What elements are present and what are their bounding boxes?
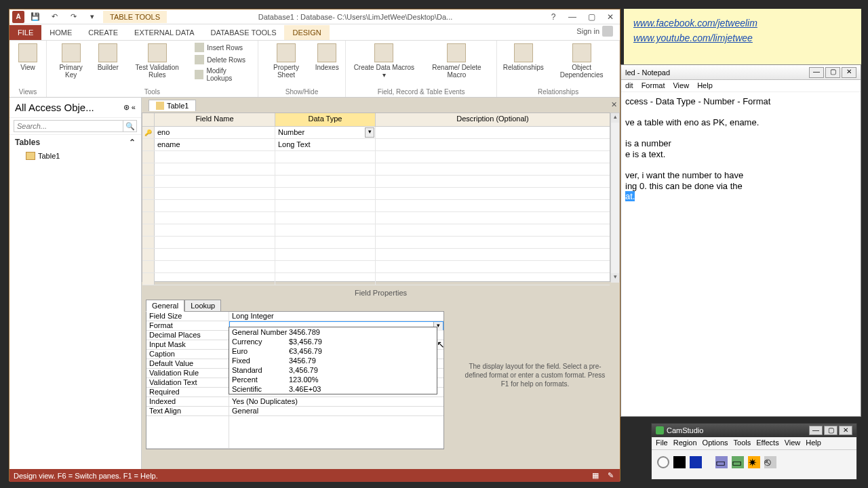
- nav-search-input[interactable]: [14, 120, 123, 132]
- prop-text-align[interactable]: General: [229, 407, 443, 415]
- format-option[interactable]: General Number3456.789: [229, 327, 437, 337]
- menu-edit[interactable]: dit: [625, 81, 633, 90]
- search-icon[interactable]: 🔍: [123, 120, 137, 132]
- qat-more-icon[interactable]: ▾: [84, 11, 100, 23]
- format-option[interactable]: Fixed3456.79: [229, 356, 437, 365]
- collapse-icon: ⌃: [129, 138, 136, 147]
- format-option[interactable]: Standard3,456.79: [229, 365, 437, 375]
- field-name-cell[interactable]: ename: [155, 139, 275, 150]
- tab-general[interactable]: General: [146, 300, 184, 312]
- nav-collapse-icon[interactable]: ⊛ «: [123, 103, 136, 112]
- status-bar: Design view. F6 = Switch panes. F1 = Hel…: [9, 469, 620, 482]
- tab-home[interactable]: HOME: [41, 25, 80, 40]
- group-label-showhide: Show/Hide: [264, 87, 340, 96]
- notepad-text-area[interactable]: ccess - Data Type - Number - Format ve a…: [621, 92, 861, 206]
- col-header-data-type[interactable]: Data Type: [275, 113, 376, 126]
- tab-lookup[interactable]: Lookup: [184, 300, 221, 312]
- toggle-view-button[interactable]: ▭: [715, 456, 728, 468]
- save-icon[interactable]: 💾: [27, 11, 43, 23]
- col-header-description[interactable]: Description (Optional): [376, 113, 610, 126]
- description-cell[interactable]: [376, 139, 610, 150]
- rename-delete-macro-button[interactable]: Rename/ Delete Macro: [422, 42, 492, 80]
- tab-design[interactable]: DESIGN: [284, 25, 329, 40]
- record-button[interactable]: [657, 456, 669, 468]
- prop-label: Validation Text: [146, 378, 229, 387]
- menu-region[interactable]: Region: [673, 439, 697, 448]
- menu-file[interactable]: File: [656, 439, 668, 448]
- test-validation-button[interactable]: Test Validation Rules: [126, 42, 188, 80]
- dropdown-icon[interactable]: ▾: [365, 127, 374, 138]
- youtube-link[interactable]: www.youtube.com/limjetwee: [633, 30, 852, 45]
- data-type-cell[interactable]: Number▾: [275, 127, 376, 138]
- sign-in-label: Sign in: [576, 27, 599, 35]
- tab-database-tools[interactable]: DATABASE TOOLS: [202, 25, 284, 40]
- tab-create[interactable]: CREATE: [80, 25, 126, 40]
- status-text: Design view. F6 = Switch panes. F1 = Hel…: [14, 472, 158, 480]
- format-option[interactable]: Euro€3,456.79: [229, 346, 437, 356]
- minimize-icon[interactable]: —: [809, 426, 823, 435]
- nav-group-tables[interactable]: Tables⌃: [9, 135, 141, 150]
- menu-options[interactable]: Options: [703, 439, 728, 448]
- maximize-icon[interactable]: ▢: [824, 426, 837, 435]
- prop-label: Default Value: [146, 359, 229, 368]
- design-row[interactable]: 🔑 eno Number▾: [142, 127, 610, 139]
- property-sheet-button[interactable]: Property Sheet: [264, 42, 309, 80]
- insert-rows-button[interactable]: Insert Rows: [193, 42, 252, 53]
- format-option[interactable]: Scientific3.46E+03: [229, 384, 437, 394]
- data-type-cell[interactable]: Long Text: [275, 139, 376, 150]
- field-name-cell[interactable]: eno: [155, 127, 275, 138]
- delete-rows-button[interactable]: Delete Rows: [193, 54, 252, 65]
- prop-field-size[interactable]: Long Integer: [229, 312, 443, 321]
- indexes-button[interactable]: Indexes: [314, 42, 340, 73]
- menu-effects[interactable]: Effects: [756, 439, 778, 448]
- menu-format[interactable]: Format: [642, 81, 665, 90]
- format-option[interactable]: Percent123.00%: [229, 375, 437, 384]
- maximize-icon[interactable]: ▢: [825, 67, 840, 78]
- pause-button[interactable]: [673, 456, 686, 468]
- primary-key-button[interactable]: Primary Key: [52, 42, 90, 80]
- minimize-icon[interactable]: —: [809, 67, 824, 78]
- close-icon[interactable]: ✕: [842, 67, 856, 78]
- menu-help[interactable]: Help: [806, 439, 821, 448]
- view-button[interactable]: View: [15, 42, 41, 73]
- row-selector[interactable]: 🔑: [142, 127, 155, 138]
- design-row[interactable]: ename Long Text: [142, 139, 610, 151]
- prop-indexed[interactable]: Yes (No Duplicates): [229, 397, 443, 406]
- layout-button[interactable]: ⎋: [764, 456, 776, 468]
- create-data-macros-button[interactable]: Create Data Macros ▾: [351, 42, 416, 80]
- scroll-up-icon[interactable]: ▴: [611, 113, 619, 123]
- format-option[interactable]: Currency$3,456.79: [229, 337, 437, 346]
- document-tab-table1[interactable]: Table1: [149, 100, 196, 111]
- vertical-scrollbar[interactable]: ▴ ▾: [610, 113, 620, 282]
- tab-file[interactable]: FILE: [9, 25, 41, 40]
- builder-button[interactable]: Builder: [95, 42, 121, 73]
- menu-tools[interactable]: Tools: [734, 439, 751, 448]
- tab-external-data[interactable]: EXTERNAL DATA: [126, 25, 202, 40]
- help-icon[interactable]: ?: [544, 9, 563, 24]
- table-icon: [26, 152, 35, 160]
- scroll-down-icon[interactable]: ▾: [611, 273, 619, 283]
- facebook-link[interactable]: www.facebook.com/jetweelim: [633, 16, 852, 30]
- nav-item-table1[interactable]: Table1: [9, 150, 141, 162]
- datasheet-view-icon[interactable]: ▦: [590, 471, 601, 481]
- design-view-icon[interactable]: ✎: [605, 471, 616, 481]
- redo-icon[interactable]: ↷: [65, 11, 81, 23]
- undo-icon[interactable]: ↶: [46, 11, 62, 23]
- description-cell[interactable]: [376, 127, 610, 138]
- close-icon[interactable]: ✕: [839, 426, 852, 435]
- stop-button[interactable]: [690, 456, 702, 468]
- sign-in[interactable]: Sign in: [570, 22, 620, 40]
- row-selector[interactable]: [142, 139, 155, 150]
- col-header-field-name[interactable]: Field Name: [155, 113, 275, 126]
- prop-label: Required: [146, 388, 229, 396]
- menu-view[interactable]: View: [673, 81, 689, 90]
- object-dependencies-button[interactable]: Object Dependencies: [549, 42, 614, 80]
- menu-view[interactable]: View: [785, 439, 801, 448]
- menu-help[interactable]: Help: [697, 81, 713, 90]
- autopan-button[interactable]: ✷: [748, 456, 760, 468]
- modify-lookups-button[interactable]: Modify Lookups: [193, 66, 252, 83]
- annotation-button[interactable]: ▭: [732, 456, 744, 468]
- document-close-icon[interactable]: ✕: [611, 100, 617, 109]
- relationships-button[interactable]: Relationships: [502, 42, 544, 73]
- prop-label: Caption: [146, 350, 229, 359]
